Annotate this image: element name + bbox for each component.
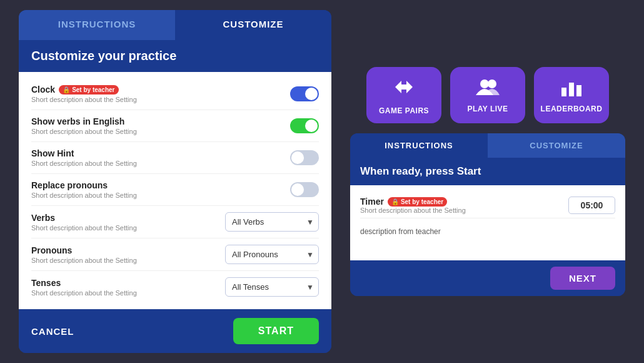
start-button[interactable]: START (233, 318, 319, 344)
setting-verbs: Verbs Short description about the Settin… (31, 206, 319, 238)
leaderboard-button[interactable]: LEADERBOARD (534, 67, 609, 123)
tenses-select[interactable]: All Tenses Present Past Future (225, 277, 319, 297)
panel-footer-left: CANCEL START (19, 309, 331, 353)
tab-instructions-left[interactable]: INSTRUCTIONS (19, 10, 175, 40)
panel-body-left: Clock 🔒 Set by teacher Short description… (19, 72, 331, 309)
action-buttons-row: GAME PAIRS PLAY LIVE LEADER (350, 67, 625, 123)
left-panel: INSTRUCTIONS CUSTOMIZE Customize your pr… (19, 10, 331, 353)
tab-customize-left[interactable]: CUSTOMIZE (175, 10, 331, 40)
setting-show-hint: Show Hint Short description about the Se… (31, 142, 319, 174)
toggle-clock[interactable] (290, 86, 319, 101)
setting-show-verbs: Show verbs in English Short description … (31, 110, 319, 142)
svg-rect-3 (569, 83, 574, 96)
svg-point-1 (488, 79, 496, 88)
play-live-icon (476, 78, 500, 100)
teacher-badge-timer: 🔒 Set by teacher (388, 197, 447, 207)
setting-tenses: Tenses Short description about the Setti… (31, 271, 319, 303)
mini-tab-instructions[interactable]: INSTRUCTIONS (350, 133, 488, 158)
toggle-show-hint[interactable] (290, 150, 319, 165)
left-tabs: INSTRUCTIONS CUSTOMIZE (19, 10, 331, 40)
svg-point-0 (480, 79, 489, 88)
right-panel: GAME PAIRS PLAY LIVE LEADER (350, 67, 625, 296)
panel-header-left: Customize your practice (19, 40, 331, 72)
timer-row: Timer 🔒 Set by teacher Short description… (360, 193, 615, 218)
next-button[interactable]: NEXT (550, 267, 615, 290)
cancel-button[interactable]: CANCEL (31, 326, 74, 337)
pronouns-select[interactable]: All Pronouns I You He/She We They (225, 245, 319, 264)
mini-panel-footer: NEXT (350, 260, 625, 296)
play-live-button[interactable]: PLAY LIVE (450, 67, 525, 123)
mini-panel-header: When ready, press Start (350, 158, 625, 185)
teacher-note: description from teacher (360, 225, 615, 238)
toggle-show-verbs[interactable] (290, 118, 319, 133)
svg-rect-2 (561, 88, 566, 96)
mini-tab-customize[interactable]: CUSTOMIZE (488, 133, 625, 158)
mini-tabs: INSTRUCTIONS CUSTOMIZE (350, 133, 625, 158)
leaderboard-icon (560, 78, 583, 100)
svg-rect-4 (576, 85, 581, 96)
setting-replace-pronouns: Replace pronouns Short description about… (31, 174, 319, 206)
toggle-replace-pronouns[interactable] (290, 182, 319, 197)
timer-value: 05:00 (568, 197, 615, 214)
mini-panel: INSTRUCTIONS CUSTOMIZE When ready, press… (350, 133, 625, 296)
mini-panel-body: Timer 🔒 Set by teacher Short description… (350, 185, 625, 260)
verbs-select[interactable]: All Verbs Regular Verbs Irregular Verbs (225, 212, 319, 232)
setting-pronouns: Pronouns Short description about the Set… (31, 238, 319, 271)
game-pairs-button[interactable]: GAME PAIRS (366, 67, 441, 123)
game-pairs-icon (393, 76, 415, 101)
teacher-badge-clock: 🔒 Set by teacher (59, 85, 118, 95)
setting-clock: Clock 🔒 Set by teacher Short description… (31, 78, 319, 110)
